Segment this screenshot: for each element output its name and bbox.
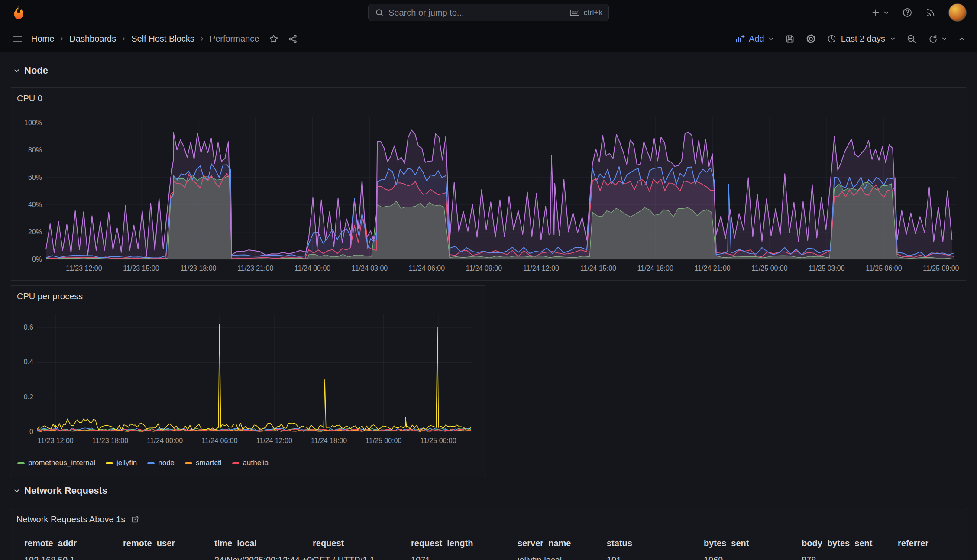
legend-item[interactable]: node xyxy=(147,459,175,467)
legend-label: smartctl xyxy=(196,459,222,467)
grafana-logo-icon[interactable] xyxy=(10,4,27,21)
svg-text:0.4: 0.4 xyxy=(24,358,33,366)
legend-label: prometheus_internal xyxy=(28,459,95,467)
external-link-icon[interactable] xyxy=(130,515,139,524)
menu-button[interactable] xyxy=(11,33,23,45)
breadcrumb-home[interactable]: Home xyxy=(31,34,54,44)
search-input[interactable]: Search or jump to... ctrl+k xyxy=(368,4,609,21)
save-button[interactable] xyxy=(785,34,795,44)
svg-text:80%: 80% xyxy=(28,146,42,154)
shortcut-badge: ctrl+k xyxy=(569,8,602,17)
section-header-node[interactable]: Node xyxy=(13,65,48,76)
breadcrumb-dashboards[interactable]: Dashboards xyxy=(69,34,116,44)
refresh-button[interactable] xyxy=(927,34,938,44)
svg-text:11/24 00:00: 11/24 00:00 xyxy=(147,437,183,444)
zoom-out-button[interactable] xyxy=(906,34,917,44)
table-cell: 1071 xyxy=(411,551,518,560)
column-header[interactable]: request_length xyxy=(411,536,518,551)
svg-text:11/25 09:00: 11/25 09:00 xyxy=(923,265,959,272)
panel-cpu-per-process: CPU per process 11/23 12:0011/23 18:0011… xyxy=(10,285,486,477)
chevron-down-icon xyxy=(13,487,20,495)
svg-text:11/25 06:00: 11/25 06:00 xyxy=(866,265,902,272)
section-header-network-requests[interactable]: Network Requests xyxy=(13,485,107,496)
breadcrumb: Home Dashboards Self Host Blocks Perform… xyxy=(31,34,259,44)
cpu0-timeseries-chart[interactable]: 11/23 12:0011/23 15:0011/23 18:0011/23 2… xyxy=(15,112,961,278)
svg-text:11/23 12:00: 11/23 12:00 xyxy=(66,265,102,272)
bar-chart-add-icon xyxy=(734,34,745,44)
table-cell: 878 xyxy=(802,551,898,560)
svg-text:11/24 06:00: 11/24 06:00 xyxy=(409,265,445,272)
panel-title-text: CPU 0 xyxy=(17,94,42,104)
user-avatar[interactable] xyxy=(948,3,967,22)
svg-text:0%: 0% xyxy=(32,256,42,263)
toolbar-actions: Add Last 2 days xyxy=(734,33,966,44)
collapse-toolbar-button[interactable] xyxy=(958,35,966,43)
svg-text:11/24 18:00: 11/24 18:00 xyxy=(637,265,673,272)
legend-label: node xyxy=(158,459,175,467)
new-button[interactable] xyxy=(870,7,890,18)
svg-text:11/25 03:00: 11/25 03:00 xyxy=(809,265,844,272)
chevron-down-icon xyxy=(13,67,20,74)
svg-text:11/24 21:00: 11/24 21:00 xyxy=(694,265,730,272)
svg-text:11/24 12:00: 11/24 12:00 xyxy=(523,265,559,272)
svg-text:11/25 00:00: 11/25 00:00 xyxy=(366,437,401,444)
svg-text:11/23 15:00: 11/23 15:00 xyxy=(123,265,159,272)
table-cell: 24/Nov/2025:09:12:44 +0000 xyxy=(214,551,313,560)
svg-text:11/24 03:00: 11/24 03:00 xyxy=(352,265,388,272)
section-title: Network Requests xyxy=(24,485,107,496)
column-header[interactable]: body_bytes_sent xyxy=(802,536,898,551)
svg-text:11/24 09:00: 11/24 09:00 xyxy=(466,265,502,272)
add-panel-button[interactable]: Add xyxy=(734,34,774,44)
column-header[interactable]: bytes_sent xyxy=(704,536,802,551)
column-header[interactable]: request xyxy=(313,536,411,551)
table-cell: 192.168.50.1 xyxy=(24,551,123,560)
svg-text:11/24 15:00: 11/24 15:00 xyxy=(580,265,616,272)
settings-gear-button[interactable] xyxy=(806,33,816,44)
clock-icon xyxy=(827,34,837,44)
help-button[interactable] xyxy=(902,7,913,18)
time-range-picker[interactable]: Last 2 days xyxy=(827,34,896,44)
favorite-star-button[interactable] xyxy=(269,34,279,44)
legend-item[interactable]: jellyfin xyxy=(106,459,137,467)
search-icon xyxy=(375,8,384,17)
column-header[interactable]: remote_addr xyxy=(24,536,123,551)
cpu-per-process-chart[interactable]: 11/23 12:0011/23 18:0011/24 00:0011/24 0… xyxy=(13,309,481,449)
svg-text:11/24 00:00: 11/24 00:00 xyxy=(294,265,330,272)
refresh-interval-caret[interactable] xyxy=(941,36,948,42)
news-rss-button[interactable] xyxy=(925,7,936,18)
svg-text:60%: 60% xyxy=(28,174,42,181)
column-header[interactable]: status xyxy=(607,536,704,551)
column-header[interactable]: remote_user xyxy=(123,536,214,551)
top-bar: Search or jump to... ctrl+k xyxy=(0,0,977,25)
chevron-right-icon xyxy=(120,36,127,42)
column-header[interactable]: time_local xyxy=(214,536,313,551)
legend-item[interactable]: smartctl xyxy=(185,459,222,467)
svg-text:11/25 06:00: 11/25 06:00 xyxy=(420,437,456,444)
panel-cpu0: CPU 0 11/23 12:0011/23 15:0011/23 18:001… xyxy=(10,87,967,281)
breadcrumb-self-host-blocks[interactable]: Self Host Blocks xyxy=(131,34,194,44)
chevron-right-icon xyxy=(199,36,205,42)
svg-text:0.6: 0.6 xyxy=(24,324,33,331)
chart-legend: prometheus_internal jellyfin node smartc… xyxy=(17,459,269,467)
legend-swatch xyxy=(232,462,239,464)
chevron-right-icon xyxy=(58,36,65,42)
legend-item[interactable]: prometheus_internal xyxy=(17,459,95,467)
shortcut-label: ctrl+k xyxy=(583,8,602,17)
dashboard-quick-actions xyxy=(269,34,298,44)
column-header[interactable]: server_name xyxy=(518,536,607,551)
svg-text:11/25 00:00: 11/25 00:00 xyxy=(751,265,787,272)
share-button[interactable] xyxy=(288,34,298,44)
table-cell: 1069 xyxy=(704,551,802,560)
legend-item[interactable]: authelia xyxy=(232,459,269,467)
time-range-label: Last 2 days xyxy=(841,34,885,44)
refresh-group xyxy=(927,34,948,44)
table-cell: - xyxy=(123,551,214,560)
panel-title-cpu0[interactable]: CPU 0 xyxy=(10,88,967,109)
panel-title-network-requests[interactable]: Network Requests Above 1s xyxy=(10,508,967,531)
table-cell: jellyfin.local xyxy=(518,551,607,560)
panel-network-requests: Network Requests Above 1s remote_addr re… xyxy=(10,508,967,560)
column-header[interactable]: referrer xyxy=(898,536,953,551)
table-cell: 101 xyxy=(607,551,704,560)
keyboard-icon xyxy=(569,9,580,16)
panel-title-cpu-per-process[interactable]: CPU per process xyxy=(10,286,486,307)
